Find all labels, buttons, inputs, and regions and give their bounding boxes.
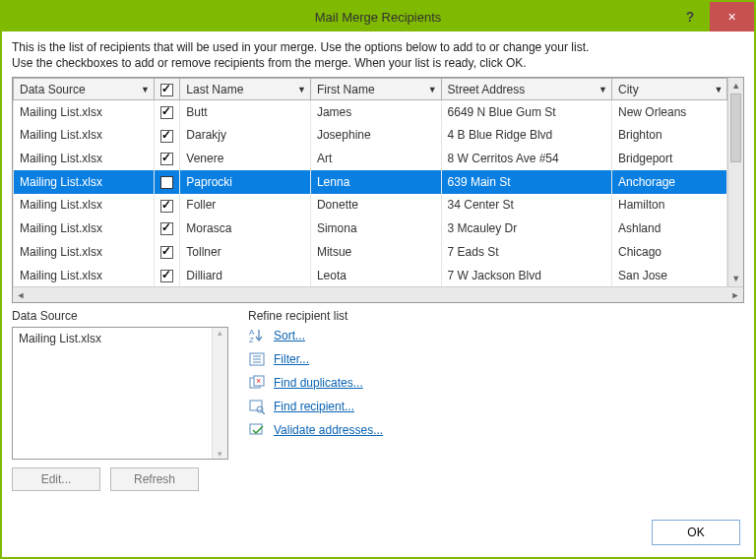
table-row[interactable]: Mailing List.xlsxDarakjyJosephine4 B Blu… — [14, 124, 727, 148]
dropdown-icon[interactable]: ▼ — [714, 85, 723, 94]
scrollbar-track[interactable] — [29, 287, 727, 302]
table-row[interactable]: Mailing List.xlsxTollnerMitsue7 Eads StC… — [14, 240, 727, 264]
table-row[interactable]: Mailing List.xlsxPaprockiLenna639 Main S… — [14, 170, 727, 194]
row-checkbox[interactable] — [160, 270, 173, 282]
cell-first-name: Mitsue — [310, 240, 441, 264]
recipients-grid: Data Source ▼ Last Name ▼ Fir — [12, 77, 744, 303]
filter-link[interactable]: Filter... — [274, 352, 309, 366]
instructions-text: This is the list of recipients that will… — [12, 39, 744, 71]
cell-checkbox[interactable] — [154, 240, 180, 264]
cell-street-address: 7 Eads St — [441, 240, 611, 264]
column-street-address[interactable]: Street Address ▼ — [441, 79, 611, 100]
row-checkbox[interactable] — [160, 153, 173, 165]
cell-first-name: Josephine — [310, 124, 441, 148]
table-row[interactable]: Mailing List.xlsxMorascaSimona3 Mcauley … — [14, 217, 727, 240]
cell-last-name: Venere — [180, 147, 311, 170]
refine-find-duplicates: × Find duplicates... — [248, 375, 744, 391]
table-row[interactable]: Mailing List.xlsxButtJames6649 N Blue Gu… — [14, 100, 727, 124]
cell-last-name: Tollner — [180, 240, 311, 264]
scroll-up-icon[interactable]: ▲ — [728, 78, 743, 93]
cell-first-name: Donette — [310, 194, 441, 217]
refine-find-recipient: Find recipient... — [248, 399, 744, 414]
cell-checkbox[interactable] — [154, 124, 180, 148]
ok-button[interactable]: OK — [652, 520, 740, 545]
column-label: Last Name — [186, 83, 243, 96]
find-recipient-link[interactable]: Find recipient... — [274, 400, 354, 413]
validate-addresses-icon — [248, 422, 266, 438]
filter-icon — [248, 351, 266, 367]
cell-first-name: Leota — [310, 264, 441, 287]
instructions-line1: This is the list of recipients that will… — [12, 40, 589, 54]
horizontal-scrollbar[interactable]: ◄ ► — [13, 286, 743, 302]
cell-data-source: Mailing List.xlsx — [14, 170, 155, 194]
cell-data-source: Mailing List.xlsx — [14, 240, 155, 264]
cell-checkbox[interactable] — [154, 100, 180, 124]
table-row[interactable]: Mailing List.xlsxVenereArt8 W Cerritos A… — [14, 147, 727, 170]
column-data-source[interactable]: Data Source ▼ — [14, 79, 155, 100]
column-label: First Name — [317, 83, 375, 96]
table-row[interactable]: Mailing List.xlsxFollerDonette34 Center … — [14, 194, 727, 217]
help-button[interactable]: ? — [670, 2, 710, 31]
cell-city: Brighton — [611, 124, 726, 148]
cell-first-name: Lenna — [310, 170, 441, 194]
scroll-right-icon[interactable]: ► — [727, 287, 743, 302]
close-button[interactable]: × — [710, 2, 754, 31]
column-city[interactable]: City ▼ — [611, 79, 726, 100]
cell-city: Chicago — [611, 240, 726, 264]
cell-first-name: Art — [310, 147, 441, 170]
dropdown-icon[interactable]: ▼ — [141, 85, 150, 94]
svg-text:×: × — [256, 376, 261, 386]
find-duplicates-link[interactable]: Find duplicates... — [274, 376, 363, 390]
column-label: City — [618, 83, 639, 96]
refine-filter: Filter... — [248, 351, 744, 367]
cell-checkbox[interactable] — [154, 194, 180, 217]
data-source-panel: Data Source Mailing List.xlsx ▴▾ Edit...… — [12, 309, 228, 491]
scrollbar-track[interactable] — [728, 93, 743, 271]
cell-last-name: Foller — [180, 194, 311, 217]
vertical-scrollbar[interactable]: ▲ ▼ — [727, 78, 743, 286]
cell-data-source: Mailing List.xlsx — [14, 124, 155, 148]
scroll-left-icon[interactable]: ◄ — [13, 287, 29, 302]
cell-checkbox[interactable] — [154, 264, 180, 287]
column-label: Data Source — [20, 83, 86, 96]
scroll-down-icon: ▾ — [218, 449, 222, 459]
sort-link[interactable]: Sort... — [274, 329, 305, 342]
scroll-down-icon[interactable]: ▼ — [728, 271, 743, 286]
cell-last-name: Morasca — [180, 217, 311, 240]
row-checkbox[interactable] — [160, 246, 173, 259]
cell-last-name: Paprocki — [180, 170, 311, 194]
cell-checkbox[interactable] — [154, 147, 180, 170]
dropdown-icon[interactable]: ▼ — [428, 85, 437, 94]
column-first-name[interactable]: First Name ▼ — [310, 79, 441, 100]
list-scrollbar[interactable]: ▴▾ — [212, 328, 227, 459]
dropdown-icon[interactable]: ▼ — [297, 85, 306, 94]
column-checkbox[interactable] — [154, 79, 180, 100]
sort-icon: AZ — [248, 328, 266, 343]
select-all-checkbox[interactable] — [160, 84, 173, 96]
row-checkbox[interactable] — [160, 222, 173, 235]
refresh-button[interactable]: Refresh — [110, 467, 199, 491]
row-checkbox[interactable] — [160, 130, 173, 143]
cell-first-name: James — [310, 100, 441, 124]
dropdown-icon[interactable]: ▼ — [598, 85, 607, 94]
svg-text:Z: Z — [249, 336, 254, 343]
scrollbar-thumb[interactable] — [730, 93, 741, 162]
cell-street-address: 34 Center St — [441, 194, 611, 217]
row-checkbox[interactable] — [160, 106, 173, 119]
cell-street-address: 3 Mcauley Dr — [441, 217, 611, 240]
data-source-label: Data Source — [12, 309, 228, 323]
dialog-window: Mail Merge Recipients ? × This is the li… — [0, 0, 756, 559]
column-last-name[interactable]: Last Name ▼ — [180, 79, 311, 100]
cell-last-name: Darakjy — [180, 124, 311, 148]
row-checkbox[interactable] — [160, 176, 173, 189]
edit-button[interactable]: Edit... — [12, 467, 100, 491]
cell-checkbox[interactable] — [154, 217, 180, 240]
dialog-content: This is the list of recipients that will… — [2, 31, 754, 501]
data-source-item[interactable]: Mailing List.xlsx — [19, 332, 101, 345]
row-checkbox[interactable] — [160, 200, 173, 213]
data-source-list[interactable]: Mailing List.xlsx ▴▾ — [12, 327, 228, 460]
validate-addresses-link[interactable]: Validate addresses... — [274, 423, 383, 437]
table-row[interactable]: Mailing List.xlsxDilliardLeota7 W Jackso… — [14, 264, 727, 287]
cell-checkbox[interactable] — [154, 170, 180, 194]
recipients-table: Data Source ▼ Last Name ▼ Fir — [13, 78, 727, 286]
